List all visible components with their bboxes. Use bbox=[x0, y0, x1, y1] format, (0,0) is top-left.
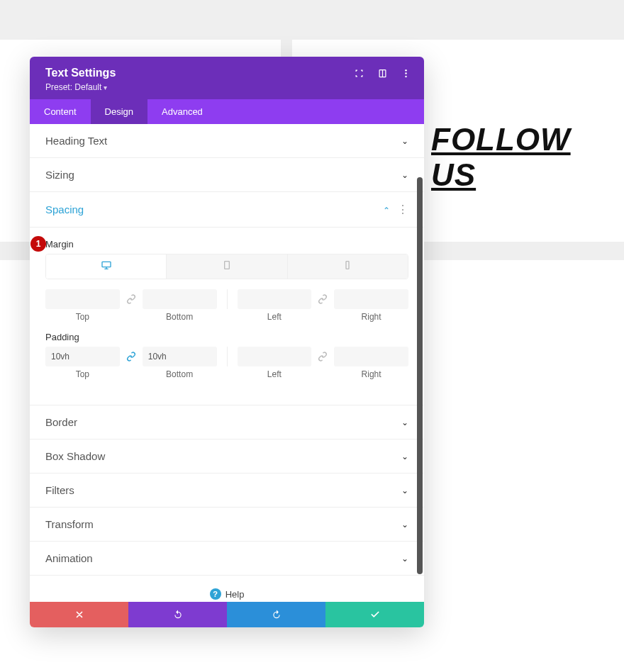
link-icon[interactable] bbox=[126, 351, 137, 362]
section-label: Border bbox=[45, 416, 77, 428]
chevron-up-icon: ⌃ bbox=[383, 206, 390, 215]
svg-point-4 bbox=[405, 76, 407, 78]
label-left: Left bbox=[238, 369, 312, 379]
help-icon: ? bbox=[210, 588, 221, 600]
label-right: Right bbox=[334, 369, 408, 379]
scrollbar-thumb[interactable] bbox=[417, 177, 423, 574]
label-top: Top bbox=[45, 312, 120, 322]
chevron-down-icon: ⌄ bbox=[401, 452, 408, 461]
padding-left-input[interactable] bbox=[238, 347, 312, 366]
margin-bottom-input[interactable] bbox=[143, 289, 217, 309]
margin-right-input[interactable] bbox=[334, 289, 408, 309]
panel-title: Text Settings bbox=[45, 67, 116, 79]
device-tabs bbox=[45, 254, 408, 279]
panel-footer bbox=[30, 602, 424, 627]
help-row[interactable]: ? Help bbox=[30, 576, 424, 602]
section-transform[interactable]: Transform ⌄ bbox=[30, 508, 424, 542]
kebab-menu-icon[interactable] bbox=[401, 68, 411, 81]
padding-inputs bbox=[45, 347, 408, 366]
section-border[interactable]: Border ⌄ bbox=[30, 405, 424, 439]
section-filters[interactable]: Filters ⌄ bbox=[30, 474, 424, 508]
svg-point-2 bbox=[405, 69, 407, 72]
section-label: Animation bbox=[45, 552, 93, 564]
device-tablet[interactable] bbox=[166, 254, 286, 279]
chevron-down-icon: ⌄ bbox=[401, 170, 408, 180]
label-left: Left bbox=[238, 312, 312, 322]
section-label: Box Shadow bbox=[45, 450, 105, 462]
margin-inputs bbox=[45, 289, 408, 309]
padding-right-input[interactable] bbox=[334, 347, 408, 366]
link-icon[interactable] bbox=[317, 293, 328, 305]
section-box-shadow[interactable]: Box Shadow ⌄ bbox=[30, 439, 424, 474]
margin-top-input[interactable] bbox=[45, 289, 120, 309]
svg-rect-8 bbox=[225, 262, 230, 269]
kebab-menu-icon[interactable]: ⋮ bbox=[397, 203, 408, 215]
section-sizing[interactable]: Sizing ⌄ bbox=[30, 158, 424, 192]
preset-dropdown[interactable]: Preset: Default bbox=[45, 82, 116, 92]
annotation-badge: 1 bbox=[30, 236, 46, 252]
background-bar-top bbox=[0, 0, 624, 40]
settings-panel: Text Settings Preset: Default Content De… bbox=[30, 57, 424, 627]
link-icon[interactable] bbox=[126, 293, 137, 305]
tab-content[interactable]: Content bbox=[30, 99, 91, 124]
expand-icon[interactable] bbox=[354, 68, 364, 81]
section-label: Transform bbox=[45, 518, 94, 530]
section-animation[interactable]: Animation ⌄ bbox=[30, 542, 424, 576]
section-heading-text[interactable]: Heading Text ⌄ bbox=[30, 124, 424, 158]
device-desktop[interactable] bbox=[46, 254, 166, 279]
panel-tabs: Content Design Advanced bbox=[30, 99, 424, 124]
label-right: Right bbox=[334, 312, 408, 322]
padding-bottom-input[interactable] bbox=[143, 347, 217, 366]
section-label: Filters bbox=[45, 484, 74, 496]
chevron-down-icon: ⌄ bbox=[401, 486, 408, 495]
undo-button[interactable] bbox=[128, 602, 227, 627]
panel-header: Text Settings Preset: Default bbox=[30, 57, 424, 99]
svg-rect-9 bbox=[346, 262, 349, 269]
scrollbar[interactable] bbox=[417, 177, 423, 627]
help-label: Help bbox=[225, 589, 245, 600]
label-top: Top bbox=[45, 369, 120, 379]
divider bbox=[227, 347, 228, 366]
spacing-content: Margin bbox=[30, 228, 424, 405]
chevron-down-icon: ⌄ bbox=[401, 520, 408, 530]
label-bottom: Bottom bbox=[143, 369, 217, 379]
chevron-down-icon: ⌄ bbox=[401, 418, 408, 427]
margin-left-input[interactable] bbox=[238, 289, 312, 309]
chevron-down-icon: ⌄ bbox=[401, 136, 408, 146]
section-label: Heading Text bbox=[45, 135, 107, 147]
header-icons bbox=[354, 68, 411, 81]
padding-top-input[interactable] bbox=[45, 347, 120, 366]
section-label: Sizing bbox=[45, 169, 74, 181]
link-icon[interactable] bbox=[317, 351, 328, 362]
section-spacing[interactable]: Spacing ⌃ ⋮ bbox=[30, 192, 424, 228]
margin-label: Margin bbox=[45, 239, 408, 250]
padding-sublabels: Top Bottom Left Right bbox=[45, 369, 408, 379]
follow-us-heading: FOLLOW US bbox=[431, 122, 624, 193]
device-phone[interactable] bbox=[287, 254, 408, 279]
redo-button[interactable] bbox=[227, 602, 325, 627]
tab-advanced[interactable]: Advanced bbox=[147, 99, 217, 124]
margin-sublabels: Top Bottom Left Right bbox=[45, 312, 408, 322]
responsive-icon[interactable] bbox=[377, 68, 388, 81]
svg-rect-5 bbox=[102, 262, 111, 267]
label-bottom: Bottom bbox=[143, 312, 217, 322]
tab-design[interactable]: Design bbox=[91, 99, 147, 124]
save-button[interactable] bbox=[325, 602, 424, 627]
svg-point-3 bbox=[405, 72, 407, 74]
divider bbox=[227, 289, 228, 309]
padding-label: Padding bbox=[45, 332, 408, 342]
panel-body: Heading Text ⌄ Sizing ⌄ Spacing ⌃ ⋮ Marg… bbox=[30, 124, 424, 602]
cancel-button[interactable] bbox=[30, 602, 128, 627]
section-label: Spacing bbox=[45, 203, 84, 215]
chevron-down-icon: ⌄ bbox=[401, 554, 408, 564]
